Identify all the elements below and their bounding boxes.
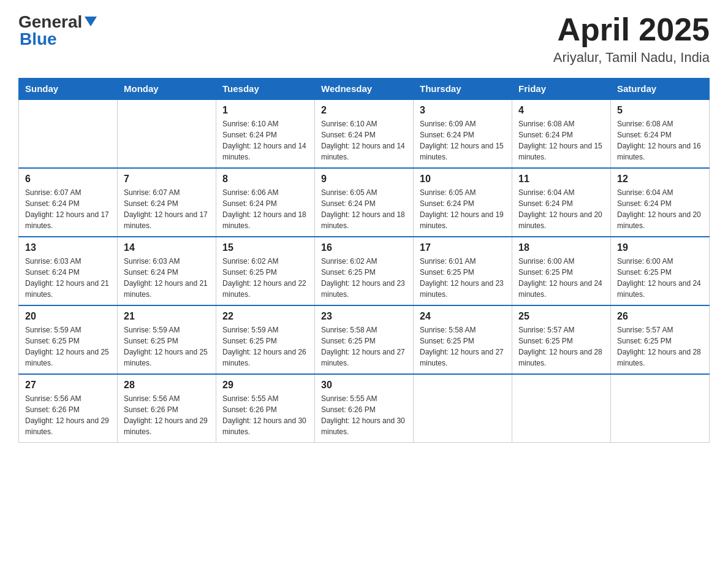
day-cell: 18Sunrise: 6:00 AMSunset: 6:25 PMDayligh… <box>512 237 611 305</box>
day-detail: Sunrise: 6:06 AMSunset: 6:24 PMDaylight:… <box>222 187 308 231</box>
day-number: 9 <box>321 174 407 185</box>
day-cell <box>611 374 710 443</box>
day-detail: Sunrise: 5:58 AMSunset: 6:25 PMDaylight:… <box>420 324 506 369</box>
day-number: 13 <box>25 242 111 253</box>
day-cell: 2Sunrise: 6:10 AMSunset: 6:24 PMDaylight… <box>315 99 414 168</box>
day-number: 12 <box>617 174 703 185</box>
day-cell: 8Sunrise: 6:06 AMSunset: 6:24 PMDaylight… <box>216 168 315 237</box>
week-row-1: 1Sunrise: 6:10 AMSunset: 6:24 PMDaylight… <box>19 99 710 168</box>
day-detail: Sunrise: 6:09 AMSunset: 6:24 PMDaylight:… <box>420 118 506 163</box>
weekday-header-sunday: Sunday <box>19 79 118 100</box>
weekday-header-wednesday: Wednesday <box>315 79 414 100</box>
day-number: 7 <box>124 174 210 185</box>
day-number: 29 <box>222 380 308 391</box>
day-cell: 3Sunrise: 6:09 AMSunset: 6:24 PMDaylight… <box>414 99 512 168</box>
day-cell: 21Sunrise: 5:59 AMSunset: 6:25 PMDayligh… <box>118 305 216 374</box>
day-detail: Sunrise: 5:56 AMSunset: 6:26 PMDaylight:… <box>25 393 111 437</box>
day-number: 27 <box>25 380 111 391</box>
day-detail: Sunrise: 5:55 AMSunset: 6:26 PMDaylight:… <box>222 393 308 437</box>
day-detail: Sunrise: 6:05 AMSunset: 6:24 PMDaylight:… <box>420 187 506 231</box>
day-cell <box>512 374 611 443</box>
day-cell: 17Sunrise: 6:01 AMSunset: 6:25 PMDayligh… <box>414 237 512 305</box>
weekday-header-tuesday: Tuesday <box>216 79 315 100</box>
day-detail: Sunrise: 5:57 AMSunset: 6:25 PMDaylight:… <box>617 324 703 369</box>
day-number: 28 <box>124 380 210 391</box>
day-cell: 30Sunrise: 5:55 AMSunset: 6:26 PMDayligh… <box>315 374 414 443</box>
day-cell: 9Sunrise: 6:05 AMSunset: 6:24 PMDaylight… <box>315 168 414 237</box>
day-detail: Sunrise: 6:08 AMSunset: 6:24 PMDaylight:… <box>518 118 604 163</box>
calendar-body: 1Sunrise: 6:10 AMSunset: 6:24 PMDaylight… <box>19 99 710 443</box>
weekday-header-thursday: Thursday <box>414 79 512 100</box>
weekday-header-row: SundayMondayTuesdayWednesdayThursdayFrid… <box>19 79 710 100</box>
logo-arrow-icon <box>85 17 97 29</box>
weekday-header-saturday: Saturday <box>611 79 710 100</box>
week-row-5: 27Sunrise: 5:56 AMSunset: 6:26 PMDayligh… <box>19 374 710 443</box>
day-cell: 14Sunrise: 6:03 AMSunset: 6:24 PMDayligh… <box>118 237 216 305</box>
day-detail: Sunrise: 6:03 AMSunset: 6:24 PMDaylight:… <box>25 256 111 300</box>
day-number: 23 <box>321 311 407 322</box>
day-number: 18 <box>518 242 604 253</box>
day-detail: Sunrise: 6:02 AMSunset: 6:25 PMDaylight:… <box>321 256 407 300</box>
day-number: 5 <box>617 105 703 116</box>
day-detail: Sunrise: 6:00 AMSunset: 6:25 PMDaylight:… <box>518 256 604 300</box>
day-number: 2 <box>321 105 407 116</box>
logo: General Blue <box>18 12 97 49</box>
weekday-header-monday: Monday <box>118 79 216 100</box>
day-cell: 6Sunrise: 6:07 AMSunset: 6:24 PMDaylight… <box>19 168 118 237</box>
day-cell: 20Sunrise: 5:59 AMSunset: 6:25 PMDayligh… <box>19 305 118 374</box>
day-number: 15 <box>222 242 308 253</box>
day-number: 20 <box>25 311 111 322</box>
day-cell <box>118 99 216 168</box>
day-detail: Sunrise: 6:02 AMSunset: 6:25 PMDaylight:… <box>222 256 308 300</box>
day-cell <box>414 374 512 443</box>
day-detail: Sunrise: 6:10 AMSunset: 6:24 PMDaylight:… <box>222 118 308 163</box>
day-cell: 22Sunrise: 5:59 AMSunset: 6:25 PMDayligh… <box>216 305 315 374</box>
day-detail: Sunrise: 6:05 AMSunset: 6:24 PMDaylight:… <box>321 187 407 231</box>
week-row-3: 13Sunrise: 6:03 AMSunset: 6:24 PMDayligh… <box>19 237 710 305</box>
day-number: 16 <box>321 242 407 253</box>
day-detail: Sunrise: 5:59 AMSunset: 6:25 PMDaylight:… <box>25 324 111 369</box>
logo-blue-text: Blue <box>20 29 57 49</box>
calendar-header: SundayMondayTuesdayWednesdayThursdayFrid… <box>19 79 710 100</box>
day-detail: Sunrise: 6:10 AMSunset: 6:24 PMDaylight:… <box>321 118 407 163</box>
week-row-2: 6Sunrise: 6:07 AMSunset: 6:24 PMDaylight… <box>19 168 710 237</box>
title-area: April 2025 Ariyalur, Tamil Nadu, India <box>553 12 710 66</box>
day-number: 24 <box>420 311 506 322</box>
day-detail: Sunrise: 6:04 AMSunset: 6:24 PMDaylight:… <box>617 187 703 231</box>
month-title: April 2025 <box>553 12 710 47</box>
day-number: 6 <box>25 174 111 185</box>
day-cell: 28Sunrise: 5:56 AMSunset: 6:26 PMDayligh… <box>118 374 216 443</box>
calendar-table: SundayMondayTuesdayWednesdayThursdayFrid… <box>18 78 710 443</box>
day-cell: 11Sunrise: 6:04 AMSunset: 6:24 PMDayligh… <box>512 168 611 237</box>
day-number: 25 <box>518 311 604 322</box>
day-cell: 15Sunrise: 6:02 AMSunset: 6:25 PMDayligh… <box>216 237 315 305</box>
day-number: 1 <box>222 105 308 116</box>
day-cell: 4Sunrise: 6:08 AMSunset: 6:24 PMDaylight… <box>512 99 611 168</box>
day-detail: Sunrise: 5:58 AMSunset: 6:25 PMDaylight:… <box>321 324 407 369</box>
day-cell: 23Sunrise: 5:58 AMSunset: 6:25 PMDayligh… <box>315 305 414 374</box>
day-number: 11 <box>518 174 604 185</box>
day-number: 21 <box>124 311 210 322</box>
day-number: 19 <box>617 242 703 253</box>
weekday-header-friday: Friday <box>512 79 611 100</box>
day-detail: Sunrise: 6:00 AMSunset: 6:25 PMDaylight:… <box>617 256 703 300</box>
day-cell: 27Sunrise: 5:56 AMSunset: 6:26 PMDayligh… <box>19 374 118 443</box>
day-cell: 26Sunrise: 5:57 AMSunset: 6:25 PMDayligh… <box>611 305 710 374</box>
day-cell: 24Sunrise: 5:58 AMSunset: 6:25 PMDayligh… <box>414 305 512 374</box>
day-number: 30 <box>321 380 407 391</box>
day-cell: 12Sunrise: 6:04 AMSunset: 6:24 PMDayligh… <box>611 168 710 237</box>
day-cell: 10Sunrise: 6:05 AMSunset: 6:24 PMDayligh… <box>414 168 512 237</box>
day-detail: Sunrise: 5:59 AMSunset: 6:25 PMDaylight:… <box>222 324 308 369</box>
day-detail: Sunrise: 6:08 AMSunset: 6:24 PMDaylight:… <box>617 118 703 163</box>
day-cell: 5Sunrise: 6:08 AMSunset: 6:24 PMDaylight… <box>611 99 710 168</box>
day-detail: Sunrise: 6:01 AMSunset: 6:25 PMDaylight:… <box>420 256 506 300</box>
day-number: 14 <box>124 242 210 253</box>
day-detail: Sunrise: 5:57 AMSunset: 6:25 PMDaylight:… <box>518 324 604 369</box>
day-cell: 25Sunrise: 5:57 AMSunset: 6:25 PMDayligh… <box>512 305 611 374</box>
svg-marker-0 <box>85 17 97 26</box>
day-number: 4 <box>518 105 604 116</box>
day-cell: 13Sunrise: 6:03 AMSunset: 6:24 PMDayligh… <box>19 237 118 305</box>
location-text: Ariyalur, Tamil Nadu, India <box>553 50 710 66</box>
day-cell <box>19 99 118 168</box>
day-detail: Sunrise: 5:59 AMSunset: 6:25 PMDaylight:… <box>124 324 210 369</box>
